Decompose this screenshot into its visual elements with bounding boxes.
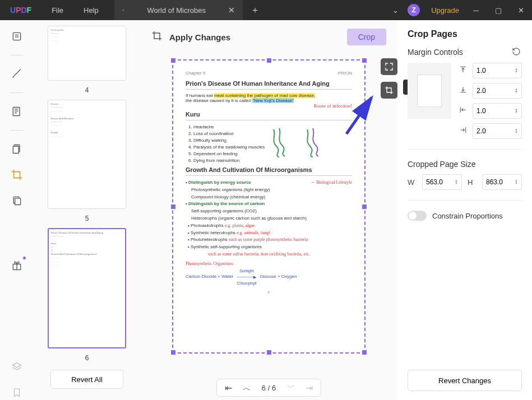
constrain-label: Constrain Proportions <box>432 212 503 220</box>
crop-handle-lm[interactable] <box>171 204 175 209</box>
avatar[interactable]: Z <box>408 4 420 16</box>
center-toolbar: Apply Changes Crop <box>140 20 397 54</box>
comment-tool-icon[interactable] <box>10 67 24 81</box>
margin-controls-label: Margin Controls <box>408 48 463 57</box>
logo: UPDF <box>0 6 41 15</box>
margin-right-input[interactable]: ▲▼ <box>473 123 522 139</box>
side-tools: Options <box>381 58 397 99</box>
menu-help[interactable]: Help <box>73 6 109 15</box>
margin-top-icon <box>458 66 468 76</box>
left-rail <box>0 20 34 400</box>
revert-all-button[interactable]: Revert All <box>50 370 123 389</box>
toolbar-title: Apply Changes <box>169 32 230 42</box>
margin-preview <box>408 63 451 119</box>
last-page-icon[interactable]: ⇥ <box>303 382 315 394</box>
options-icon[interactable] <box>381 82 397 99</box>
canvas-area: Chapter 5PRION Prion's Disease Of Human … <box>140 54 397 372</box>
first-page-icon[interactable]: ⇤ <box>223 382 235 394</box>
redact-tool-icon[interactable] <box>10 193 24 208</box>
page-preview[interactable]: Chapter 5PRION Prion's Disease Of Human … <box>172 59 366 354</box>
tab-title: World of Microbes <box>147 6 206 15</box>
thumbnail-label: 5 <box>85 215 89 222</box>
maximize-button[interactable]: ▢ <box>487 0 510 20</box>
crop-action-icon <box>151 30 163 44</box>
reader-tool-icon[interactable] <box>10 29 24 44</box>
fit-icon[interactable] <box>381 58 397 75</box>
revert-changes-button[interactable]: Revert Changes <box>408 370 522 391</box>
layers-icon[interactable] <box>10 360 24 374</box>
thumbnail-page-5[interactable]: Viruses────────· · · · · · · · · ·Viruse… <box>48 100 126 209</box>
page-content: Chapter 5PRION Prion's Disease Of Human … <box>178 65 360 348</box>
crop-button[interactable]: Crop <box>347 29 386 45</box>
margin-bottom-input[interactable]: ▲▼ <box>473 83 522 99</box>
close-button[interactable]: ✕ <box>510 0 532 20</box>
reset-margins-icon[interactable] <box>512 47 522 57</box>
thumbnail-label: 6 <box>85 354 89 362</box>
new-tab-button[interactable]: ＋ <box>243 4 267 16</box>
right-panel: Crop Pages Margin Controls ▲▼ ▲▼ <box>397 20 532 400</box>
svg-rect-3 <box>13 108 20 116</box>
margin-right-icon <box>458 126 468 136</box>
organize-tool-icon[interactable] <box>10 142 24 156</box>
margin-left-icon <box>458 106 468 116</box>
titlebar: UPDF File Help • World of Microbes ✕ ＋ ⌄… <box>0 0 532 20</box>
tabs-dropdown-icon[interactable]: ⌄ <box>383 6 408 15</box>
document-tab[interactable]: • World of Microbes ✕ <box>114 0 243 20</box>
crop-handle-bl[interactable] <box>171 350 175 355</box>
crop-handle-tr[interactable] <box>362 58 367 63</box>
page-indicator[interactable]: 6 / 6 <box>258 384 279 392</box>
gift-icon[interactable] <box>10 258 24 273</box>
thumbnail-page-4[interactable]: Dinoflagellata─────· · · · · ·· · · · · … <box>48 26 126 81</box>
margin-bottom-icon <box>458 86 468 96</box>
height-label: H <box>468 178 477 187</box>
width-input[interactable]: ▲▼ <box>422 174 462 190</box>
svg-rect-8 <box>13 146 18 154</box>
margin-top-input[interactable]: ▲▼ <box>473 63 522 78</box>
constrain-toggle[interactable] <box>408 211 427 221</box>
crop-tool-icon[interactable] <box>10 168 24 182</box>
panel-title: Crop Pages <box>408 29 522 39</box>
crop-handle-tm[interactable] <box>267 58 271 63</box>
edit-tool-icon[interactable] <box>10 104 24 119</box>
thumbnail-page-6[interactable]: Prion's Disease Of Human Inheritance And… <box>48 228 126 348</box>
upgrade-button[interactable]: Upgrade <box>425 6 465 15</box>
center-area: Apply Changes Crop Chapter 5PRION Prion'… <box>140 20 397 400</box>
prev-page-icon[interactable]: ︿ <box>240 382 253 394</box>
thumbnail-label: 4 <box>85 86 89 94</box>
crop-handle-tl[interactable] <box>171 58 175 63</box>
svg-rect-0 <box>13 32 20 40</box>
bookmark-icon[interactable] <box>10 385 24 400</box>
next-page-icon[interactable]: ﹀ <box>285 382 297 394</box>
cropped-size-label: Cropped Page Size <box>408 160 475 169</box>
tab-close-icon[interactable]: ✕ <box>228 6 235 15</box>
crop-handle-bm[interactable] <box>267 350 271 355</box>
page-nav: ⇤ ︿ 6 / 6 ﹀ ⇥ <box>140 372 397 400</box>
margin-left-input[interactable]: ▲▼ <box>473 103 522 119</box>
protein-diagram <box>268 124 335 157</box>
crop-handle-rm[interactable] <box>362 204 367 209</box>
crop-handle-br[interactable] <box>362 350 367 355</box>
height-input[interactable]: ▲▼ <box>482 174 522 190</box>
width-label: W <box>408 178 417 187</box>
thumbnail-panel: Dinoflagellata─────· · · · · ·· · · · · … <box>34 20 140 400</box>
menu-file[interactable]: File <box>41 6 73 15</box>
minimize-button[interactable]: ─ <box>465 0 487 20</box>
svg-rect-10 <box>15 198 21 205</box>
